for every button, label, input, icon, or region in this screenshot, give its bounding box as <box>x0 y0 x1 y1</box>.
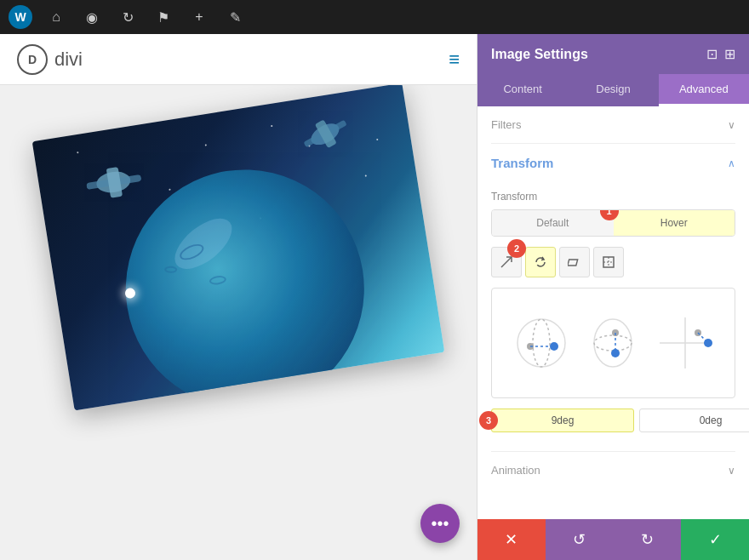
divi-logo-text: divi <box>54 49 83 71</box>
default-label: Default <box>536 217 569 229</box>
pencil-icon[interactable]: ✎ <box>223 5 247 29</box>
main-layout: D divi ≡ <box>0 34 749 560</box>
redo-button[interactable]: ↻ <box>614 519 682 560</box>
divi-menu-icon[interactable]: ≡ <box>449 49 460 71</box>
animation-section-header[interactable]: Animation ∨ <box>477 452 749 489</box>
planet <box>109 152 381 410</box>
flag-icon[interactable]: ⚑ <box>152 5 175 29</box>
rotate-y-input[interactable] <box>639 409 749 432</box>
hover-label: Hover <box>660 217 688 229</box>
fab-button[interactable]: ••• <box>420 504 460 543</box>
settings-title: Image Settings <box>491 47 588 62</box>
transform-skew-btn[interactable] <box>559 247 590 277</box>
home-icon[interactable]: ⌂ <box>44 5 68 29</box>
transform-type-row: 2 <box>491 247 735 277</box>
svg-point-16 <box>594 319 632 367</box>
columns-icon[interactable]: ⊞ <box>724 46 735 62</box>
svg-rect-7 <box>568 260 578 266</box>
rotate-x-input[interactable] <box>491 409 634 432</box>
animation-chevron: ∨ <box>728 465 735 477</box>
transform-chevron: ∧ <box>728 157 735 169</box>
save-button[interactable]: ✓ <box>681 519 749 560</box>
settings-content: Filters ∨ Transform ∧ Transform Default … <box>477 106 749 519</box>
tab-content[interactable]: Content <box>477 74 568 106</box>
wordpress-icon[interactable]: W <box>9 5 32 29</box>
transform-title: Transform <box>491 156 553 170</box>
filters-section-header[interactable]: Filters ∨ <box>477 106 749 143</box>
transform-scale-btn[interactable]: 2 <box>491 247 522 277</box>
tab-design[interactable]: Design <box>568 74 658 106</box>
wp-admin-bar: W ⌂ ◉ ↻ ⚑ + ✎ <box>0 0 749 34</box>
rotate-y-visual <box>583 309 643 377</box>
transform-label: Transform <box>491 191 735 203</box>
filters-chevron: ∨ <box>728 119 735 131</box>
settings-tabs: Content Design Advanced <box>477 74 749 106</box>
badge-2: 2 <box>507 239 526 258</box>
svg-point-17 <box>594 335 632 351</box>
cancel-button[interactable]: ✕ <box>477 519 546 560</box>
hover-toggle-btn[interactable]: Hover <box>614 210 735 236</box>
save-icon: ✓ <box>709 530 722 549</box>
transform-visual <box>491 288 735 398</box>
reset-button[interactable]: ↺ <box>546 519 614 560</box>
redo-icon: ↻ <box>641 530 654 549</box>
rotate-x-visual <box>512 309 571 377</box>
refresh-icon[interactable]: ↻ <box>116 5 140 29</box>
badge-1-text: 1 <box>606 209 611 216</box>
fab-icon: ••• <box>431 514 449 534</box>
satellite1 <box>83 159 145 209</box>
svg-rect-2 <box>106 167 123 198</box>
svg-point-11 <box>517 319 565 367</box>
transform-inputs: 3 <box>491 409 735 432</box>
transform-section-header[interactable]: Transform ∧ <box>477 144 749 182</box>
badge-2-text: 2 <box>514 243 519 254</box>
default-toggle-btn[interactable]: Default 1 <box>492 210 614 236</box>
reset-icon: ↺ <box>573 530 586 549</box>
palette-icon[interactable]: ◉ <box>80 5 104 29</box>
transform-origin-btn[interactable] <box>593 247 624 277</box>
filters-title: Filters <box>491 118 521 131</box>
space-image <box>32 85 445 410</box>
divi-logo-letter: D <box>28 53 37 66</box>
rotate-z-visual <box>655 309 715 377</box>
transform-content: Transform Default 1 Hover <box>477 182 749 451</box>
canvas-content: ••• <box>0 85 477 560</box>
tab-advanced[interactable]: Advanced <box>659 74 749 106</box>
divi-logo: D divi <box>17 44 83 75</box>
divi-logo-circle: D <box>17 44 48 75</box>
settings-panel: Image Settings ⊡ ⊞ Content Design Advanc… <box>477 34 749 560</box>
animation-title: Animation <box>491 464 540 477</box>
settings-header: Image Settings ⊡ ⊞ <box>477 34 749 74</box>
transform-toggle-row: Default 1 Hover <box>491 209 735 237</box>
cancel-icon: ✕ <box>505 530 517 549</box>
satellite2 <box>297 108 356 163</box>
plus-icon[interactable]: + <box>187 5 211 29</box>
svg-line-25 <box>698 333 708 343</box>
svg-point-12 <box>533 319 550 367</box>
settings-header-icons: ⊡ ⊞ <box>706 46 735 62</box>
badge-3: 3 <box>479 411 498 430</box>
canvas-area: D divi ≡ <box>0 34 477 560</box>
badge-3-text: 3 <box>486 415 491 426</box>
action-bar: ✕ ↺ ↻ ✓ <box>477 519 749 560</box>
divi-header: D divi ≡ <box>0 34 477 85</box>
expand-icon[interactable]: ⊡ <box>706 46 718 62</box>
svg-line-6 <box>501 257 512 267</box>
planet-highlight <box>166 209 240 278</box>
transform-rotate-btn[interactable] <box>525 247 556 277</box>
